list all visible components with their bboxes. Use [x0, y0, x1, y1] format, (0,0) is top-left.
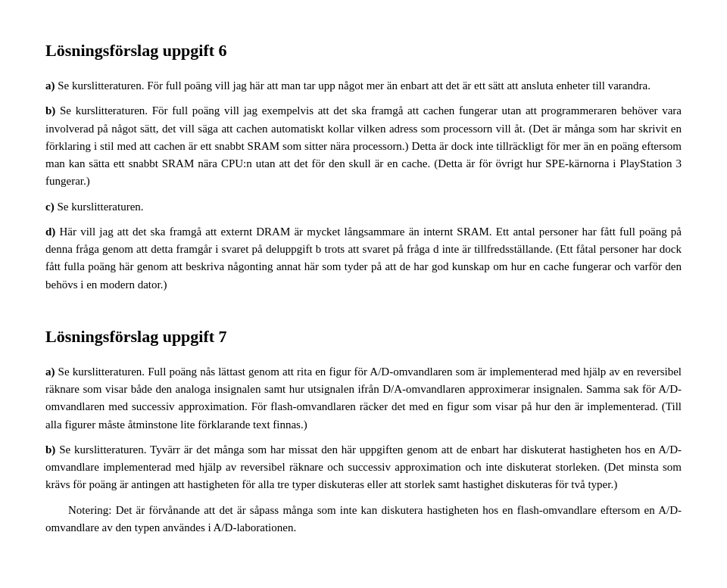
section-7-text-note: Notering: Det är förvånande att det är s… [45, 504, 682, 534]
section-7-text-b: Se kurslitteraturen. Tyvärr är det många… [45, 443, 682, 491]
section-6-text-c: Se kurslitteraturen. [57, 201, 143, 213]
section-6-text-b: Se kurslitteraturen. För full poäng vill… [45, 104, 682, 187]
section-7-label-a: a) [45, 366, 55, 378]
section-7-para-note: Notering: Det är förvånande att det är s… [45, 502, 682, 537]
section-7-title: Lösningsförslag uppgift 7 [45, 324, 682, 350]
section-6-para-c: c) Se kurslitteraturen. [45, 198, 682, 216]
section-6-label-b: b) [45, 104, 55, 117]
section-7-text-a: Se kurslitteraturen. Full poäng nås lätt… [45, 366, 682, 431]
section-6-title: Lösningsförslag uppgift 6 [45, 38, 682, 64]
section-6-text-d: Här vill jag att det ska framgå att exte… [45, 226, 682, 291]
section-6-label-a: a) [45, 79, 55, 92]
section-7: Lösningsförslag uppgift 7 a) Se kurslitt… [45, 324, 682, 537]
section-6-label-d: d) [45, 226, 55, 238]
section-6-para-a: a) Se kurslitteraturen. För full poäng v… [45, 77, 682, 95]
section-7-label-b: b) [45, 443, 55, 456]
section-6-text-a: Se kurslitteraturen. För full poäng vill… [58, 79, 651, 92]
section-6-para-b: b) Se kurslitteraturen. För full poäng v… [45, 102, 682, 190]
section-6: Lösningsförslag uppgift 6 a) Se kurslitt… [45, 38, 682, 294]
section-7-para-b: b) Se kurslitteraturen. Tyvärr är det må… [45, 441, 682, 494]
section-7-para-a: a) Se kurslitteraturen. Full poäng nås l… [45, 363, 682, 434]
section-6-label-c: c) [45, 201, 55, 213]
section-6-para-d: d) Här vill jag att det ska framgå att e… [45, 223, 682, 294]
